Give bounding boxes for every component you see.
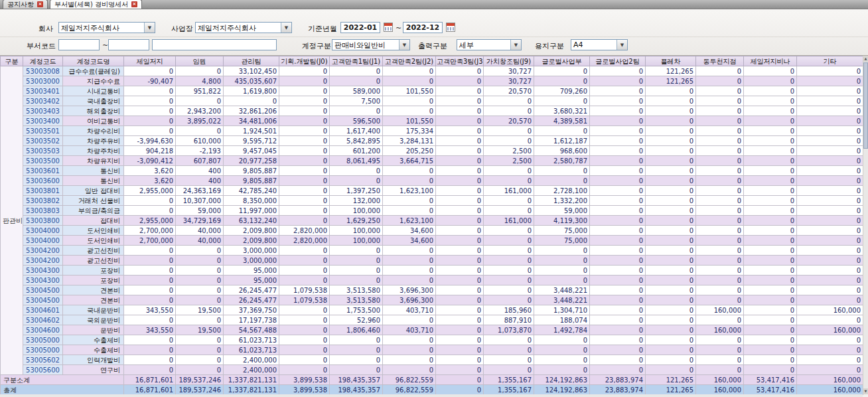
value-cell[interactable]: 0 [279, 106, 330, 116]
value-cell[interactable]: 20,570 [484, 116, 534, 126]
value-cell[interactable]: 34,481,006 [224, 116, 279, 126]
value-cell[interactable]: 2,400,000 [224, 355, 279, 365]
value-cell[interactable]: 0 [330, 345, 383, 355]
value-cell[interactable]: 0 [484, 266, 534, 276]
account-name-cell[interactable]: 국외운반비 [63, 315, 124, 325]
value-cell[interactable]: 0 [279, 365, 330, 375]
value-cell[interactable]: 0 [646, 106, 696, 116]
value-cell[interactable]: 0 [279, 166, 330, 176]
value-cell[interactable]: 0 [436, 355, 484, 365]
value-cell[interactable]: 61,023,713 [224, 345, 279, 355]
value-cell[interactable]: 0 [436, 146, 484, 156]
value-cell[interactable]: 0 [436, 236, 484, 246]
value-cell[interactable]: 0 [436, 285, 484, 295]
value-cell[interactable]: 0 [646, 285, 696, 295]
account-code-cell[interactable]: 53005000 [23, 335, 63, 345]
dept-code-from-input[interactable] [58, 39, 100, 50]
value-cell[interactable]: 0 [696, 285, 744, 295]
value-cell[interactable]: 2,955,000 [124, 216, 176, 226]
value-cell[interactable]: 2,728,100 [534, 186, 590, 196]
value-cell[interactable]: 0 [436, 206, 484, 216]
value-cell[interactable]: 30,727 [484, 66, 534, 76]
value-cell[interactable]: 2,009,800 [224, 236, 279, 246]
value-cell[interactable]: 1,332,200 [534, 196, 590, 206]
value-cell[interactable]: 0 [646, 276, 696, 285]
account-group-combobox[interactable]: 판매비와일반비 ▼ [332, 39, 410, 50]
value-cell[interactable]: 0 [744, 166, 797, 176]
value-cell[interactable]: 0 [646, 305, 696, 315]
value-cell[interactable]: 0 [279, 345, 330, 355]
value-cell[interactable]: 0 [330, 365, 383, 375]
value-cell[interactable]: 0 [696, 335, 744, 345]
value-cell[interactable]: 0 [279, 186, 330, 196]
value-cell[interactable]: 160,000 [797, 305, 863, 315]
value-cell[interactable]: 0 [436, 266, 484, 276]
value-cell[interactable]: 0 [176, 335, 224, 345]
value-cell[interactable]: 0 [646, 96, 696, 106]
value-cell[interactable]: 0 [279, 196, 330, 206]
value-cell[interactable]: 0 [484, 166, 534, 176]
value-cell[interactable]: 75,000 [534, 226, 590, 236]
value-cell[interactable]: 160,000 [696, 305, 744, 315]
value-cell[interactable]: 101,550 [383, 116, 436, 126]
value-cell[interactable]: 0 [797, 315, 863, 325]
value-cell[interactable]: 23,883,974 [590, 385, 646, 395]
value-cell[interactable]: 16,871,601 [124, 375, 176, 385]
value-cell[interactable]: 968,600 [534, 146, 590, 156]
value-cell[interactable]: 0 [436, 325, 484, 335]
account-code-cell[interactable]: 53003503 [23, 146, 63, 156]
account-code-cell[interactable]: 53003801 [23, 186, 63, 196]
value-cell[interactable]: 0 [646, 206, 696, 216]
value-cell[interactable]: 0 [484, 126, 534, 136]
value-cell[interactable]: 3,000,000 [224, 256, 279, 266]
value-cell[interactable]: 0 [696, 295, 744, 305]
value-cell[interactable]: 3,680,321 [534, 106, 590, 116]
account-name-cell[interactable]: 통신비 [63, 176, 124, 186]
value-cell[interactable]: 0 [484, 196, 534, 206]
value-cell[interactable]: 0 [646, 86, 696, 96]
value-cell[interactable]: 189,537,246 [176, 375, 224, 385]
value-cell[interactable]: 0 [279, 305, 330, 315]
value-cell[interactable]: 2,009,800 [224, 226, 279, 236]
value-cell[interactable]: 0 [744, 176, 797, 186]
value-cell[interactable]: 0 [646, 246, 696, 256]
value-cell[interactable]: 0 [484, 285, 534, 295]
calendar-icon[interactable] [384, 23, 393, 32]
value-cell[interactable]: 0 [279, 116, 330, 126]
value-cell[interactable]: 1,079,538 [279, 295, 330, 305]
value-cell[interactable]: 0 [176, 295, 224, 305]
value-cell[interactable]: 96,822,559 [383, 385, 436, 395]
value-cell[interactable]: 0 [590, 276, 646, 285]
value-cell[interactable]: 0 [797, 136, 863, 146]
value-cell[interactable]: 2,400,000 [224, 365, 279, 375]
value-cell[interactable]: 0 [124, 295, 176, 305]
value-cell[interactable]: 52,960 [330, 315, 383, 325]
value-cell[interactable]: 601,200 [330, 146, 383, 156]
value-cell[interactable]: 0 [279, 315, 330, 325]
value-cell[interactable]: 0 [534, 96, 590, 106]
value-cell[interactable]: 0 [797, 186, 863, 196]
value-cell[interactable]: 0 [383, 345, 436, 355]
account-code-cell[interactable]: 53003802 [23, 196, 63, 206]
account-code-cell[interactable]: 53003000 [23, 76, 63, 86]
value-cell[interactable]: 3,513,580 [330, 285, 383, 295]
value-cell[interactable]: 0 [484, 206, 534, 216]
value-cell[interactable]: 3,448,221 [534, 295, 590, 305]
value-cell[interactable]: 0 [590, 236, 646, 246]
account-code-cell[interactable]: 53004600 [23, 325, 63, 335]
value-cell[interactable]: 0 [696, 176, 744, 186]
value-cell[interactable]: 0 [534, 246, 590, 256]
chevron-down-icon[interactable]: ▼ [616, 40, 627, 50]
value-cell[interactable]: 0 [797, 285, 863, 295]
value-cell[interactable]: 185,960 [484, 305, 534, 315]
value-cell[interactable]: 0 [744, 246, 797, 256]
value-cell[interactable]: 0 [124, 355, 176, 365]
value-cell[interactable]: 0 [646, 266, 696, 276]
value-cell[interactable]: 343,550 [124, 325, 176, 335]
value-cell[interactable]: 0 [696, 276, 744, 285]
value-cell[interactable]: 0 [590, 315, 646, 325]
value-cell[interactable]: 0 [534, 276, 590, 285]
value-cell[interactable]: 0 [436, 136, 484, 146]
value-cell[interactable]: 1,079,538 [279, 285, 330, 295]
value-cell[interactable]: 0 [797, 295, 863, 305]
